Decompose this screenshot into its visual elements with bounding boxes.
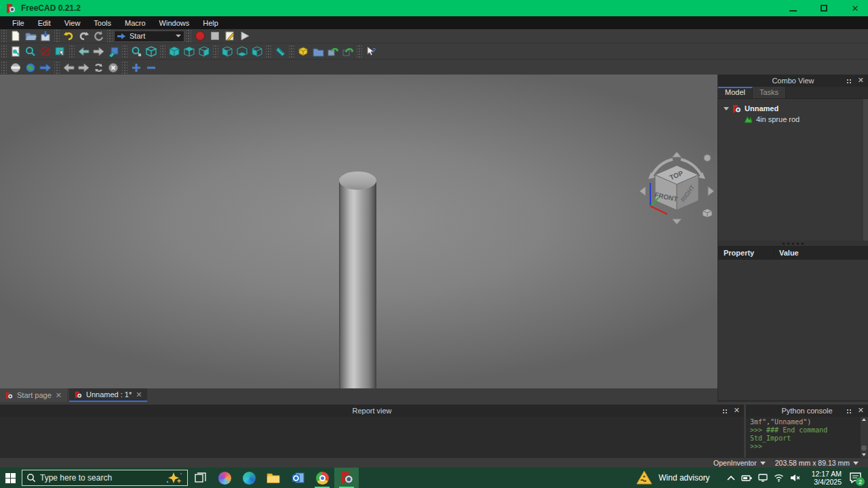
close-panel-icon[interactable]: ✕ <box>734 407 740 413</box>
macro-record-button[interactable] <box>193 29 208 43</box>
float-panel-icon[interactable] <box>847 79 848 81</box>
report-view-header[interactable]: Report view ✕ <box>0 405 744 417</box>
macro-stop-button[interactable] <box>208 29 222 43</box>
tray-expand-icon[interactable] <box>727 475 735 481</box>
view-isometric-button[interactable] <box>106 45 121 58</box>
search-highlights-icon[interactable] <box>165 471 183 485</box>
part-document-button[interactable] <box>296 45 311 58</box>
open-website-button[interactable] <box>23 61 38 75</box>
clipping-toggle-button[interactable] <box>38 45 53 58</box>
title-bar[interactable]: FreeCAD 0.21.2 ✕ <box>0 0 868 16</box>
fit-all-button[interactable] <box>129 45 144 58</box>
console-prompt[interactable]: >>> <box>750 443 867 451</box>
zoom-out-button[interactable] <box>144 61 159 75</box>
save-document-button[interactable] <box>38 29 53 43</box>
taskbar-search[interactable] <box>22 470 188 486</box>
3d-viewport[interactable]: TOP FRONT RIGHT z y x <box>0 75 717 388</box>
zoom-button[interactable] <box>23 45 38 58</box>
notification-center-button[interactable]: 2 <box>848 470 863 485</box>
view-rear-button[interactable] <box>220 45 235 58</box>
menu-windows[interactable]: Windows <box>153 18 197 28</box>
navigation-cube[interactable]: TOP FRONT RIGHT <box>636 149 717 227</box>
view-front-button[interactable] <box>167 45 182 58</box>
close-tab-icon[interactable]: ✕ <box>136 390 142 399</box>
close-tab-icon[interactable]: ✕ <box>56 391 62 400</box>
close-button[interactable]: ✕ <box>849 3 861 14</box>
tree-row-sprue-rod[interactable]: 4in sprue rod <box>744 114 865 125</box>
console-scrollbar[interactable] <box>861 417 868 458</box>
menu-view[interactable]: View <box>58 18 87 28</box>
nav-forward-button[interactable] <box>91 45 106 58</box>
volume-muted-icon[interactable] <box>790 474 800 482</box>
tree-expander-icon[interactable] <box>724 107 729 110</box>
view-right-button[interactable] <box>197 45 212 58</box>
taskbar-outlook[interactable] <box>285 468 310 488</box>
tab-tasks[interactable]: Tasks <box>753 87 786 98</box>
taskbar-edge[interactable] <box>237 468 261 488</box>
tab-model[interactable]: Model <box>718 87 753 98</box>
menu-macro[interactable]: Macro <box>118 18 153 28</box>
property-table-body[interactable] <box>718 260 868 400</box>
float-panel-icon[interactable] <box>847 409 848 411</box>
menu-tools[interactable]: Tools <box>87 18 118 28</box>
tab-unnamed-document[interactable]: Unnamed : 1* ✕ <box>69 388 147 402</box>
task-view-button[interactable] <box>188 468 212 488</box>
combo-view-header[interactable]: Combo View ✕ <box>718 75 868 87</box>
taskbar-file-explorer[interactable] <box>261 468 285 488</box>
menu-file[interactable]: File <box>5 18 31 28</box>
view-bottom-button[interactable] <box>235 45 250 58</box>
weather-alert-icon[interactable] <box>636 470 652 485</box>
view-dimensions-dropdown[interactable]: 203.58 mm x 89.13 mm <box>775 459 859 467</box>
new-document-button[interactable] <box>8 29 23 43</box>
search-input[interactable] <box>40 473 161 483</box>
model-tree[interactable]: Unnamed 4in sprue rod <box>718 99 868 241</box>
property-column-header[interactable]: Property <box>718 249 774 257</box>
display-icon[interactable] <box>758 474 768 482</box>
scroll-up-icon[interactable] <box>862 418 866 421</box>
python-console-header[interactable]: Python console ✕ <box>746 405 868 417</box>
link-make-button[interactable] <box>326 45 340 58</box>
menu-edit[interactable]: Edit <box>31 18 58 28</box>
start-page-button[interactable] <box>8 61 23 75</box>
scroll-down-icon[interactable] <box>862 453 866 456</box>
whatsthis-doc-button[interactable] <box>8 45 23 58</box>
report-view-content[interactable] <box>0 417 744 459</box>
macro-edit-button[interactable] <box>222 29 237 43</box>
whats-this-button[interactable]: ? <box>363 45 378 58</box>
link-replace-button[interactable] <box>340 45 355 58</box>
nav-back-button[interactable] <box>76 45 91 58</box>
panel-splitter[interactable] <box>718 241 868 246</box>
taskbar-freecad[interactable] <box>334 468 359 488</box>
undo-button[interactable] <box>61 29 76 43</box>
box-selection-button[interactable] <box>53 45 68 58</box>
taskbar-chrome[interactable] <box>310 468 334 488</box>
close-panel-icon[interactable]: ✕ <box>858 407 864 413</box>
view-top-button[interactable] <box>182 45 197 58</box>
start-menu-button[interactable] <box>0 468 20 488</box>
tree-scrollbar[interactable] <box>863 99 868 241</box>
open-document-button[interactable] <box>23 29 38 43</box>
browser-forward-button[interactable] <box>76 61 91 75</box>
tree-row-document[interactable]: Unnamed <box>721 103 865 114</box>
taskbar-clock[interactable]: 12:17 AM 3/4/2025 <box>812 470 842 486</box>
wifi-icon[interactable] <box>774 474 784 482</box>
taskbar-copilot[interactable] <box>212 468 237 488</box>
tab-start-page[interactable]: Start page ✕ <box>0 388 67 402</box>
measure-button[interactable] <box>273 45 288 58</box>
close-panel-icon[interactable]: ✕ <box>858 77 864 83</box>
scroll-thumb[interactable] <box>861 445 867 451</box>
weather-alert-label[interactable]: Wind advisory <box>658 473 709 483</box>
browser-stop-button[interactable] <box>106 61 121 75</box>
workbench-selector[interactable]: Start <box>114 30 184 42</box>
view-left-button[interactable] <box>250 45 264 58</box>
pen-battery-icon[interactable] <box>741 474 752 482</box>
float-panel-icon[interactable] <box>723 409 724 411</box>
python-console-content[interactable]: 3mf","Unnamed") >>> ### End command Std_… <box>746 417 868 458</box>
value-column-header[interactable]: Value <box>774 249 799 257</box>
menu-help[interactable]: Help <box>196 18 225 28</box>
navigation-style-dropdown[interactable]: OpenInventor <box>713 459 766 467</box>
browser-refresh-button[interactable] <box>91 61 106 75</box>
zoom-in-button[interactable] <box>129 61 144 75</box>
maximize-button[interactable] <box>818 3 830 14</box>
minimize-button[interactable] <box>787 3 799 14</box>
